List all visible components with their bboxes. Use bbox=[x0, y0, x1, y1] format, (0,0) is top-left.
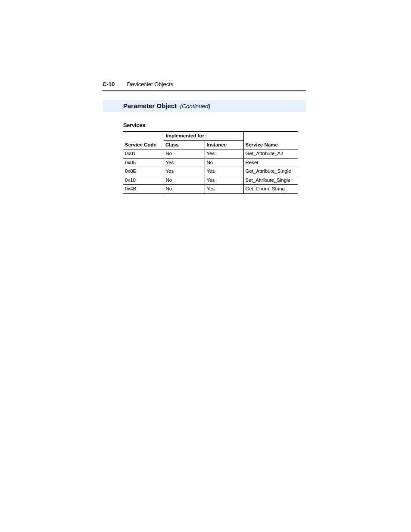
table-row: 0x05 Yes No Reset bbox=[123, 158, 298, 167]
cell-service-code: 0x0E bbox=[123, 167, 164, 176]
cell-class: Yes bbox=[164, 158, 205, 167]
page: C-10 DeviceNet Objects Parameter Object … bbox=[0, 0, 411, 532]
cell-class: No bbox=[164, 149, 205, 159]
table-row: 0x4B No Yes Get_Enum_String bbox=[123, 185, 298, 194]
cell-instance: Yes bbox=[205, 167, 243, 176]
col-header-service-code: Service Code bbox=[123, 131, 164, 149]
section-title: Parameter Object bbox=[123, 102, 177, 109]
cell-service-name: Get_Enum_String bbox=[243, 185, 298, 194]
cell-service-code: 0x01 bbox=[123, 149, 164, 159]
cell-instance: Yes bbox=[205, 149, 243, 159]
col-header-service-name: Service Name bbox=[243, 131, 298, 149]
cell-instance: No bbox=[205, 158, 243, 167]
section-title-continuation: (Continued) bbox=[180, 103, 211, 109]
table-row: 0x0E Yes Yes Get_Attribute_Single bbox=[123, 167, 298, 176]
cell-class: Yes bbox=[164, 167, 205, 176]
cell-service-code: 0x4B bbox=[123, 185, 164, 194]
col-subheader-instance: Instance bbox=[205, 140, 243, 149]
col-subheader-class: Class bbox=[164, 140, 205, 149]
cell-class: No bbox=[164, 185, 205, 194]
table-row: 0x01 No Yes Get_Attribute_All bbox=[123, 149, 298, 159]
cell-service-code: 0x10 bbox=[123, 176, 164, 185]
page-number: C-10 bbox=[103, 81, 115, 87]
cell-class: No bbox=[164, 176, 205, 185]
content-area: Parameter Object (Continued) Services Se… bbox=[103, 100, 306, 194]
cell-service-name: Get_Attribute_All bbox=[243, 149, 298, 159]
running-head: C-10 DeviceNet Objects bbox=[103, 80, 306, 91]
cell-service-code: 0x05 bbox=[123, 158, 164, 167]
cell-instance: Yes bbox=[205, 185, 243, 194]
chapter-title: DeviceNet Objects bbox=[127, 81, 174, 87]
section-title-band: Parameter Object (Continued) bbox=[103, 100, 306, 112]
cell-instance: Yes bbox=[205, 176, 243, 185]
subsection-label: Services bbox=[123, 122, 306, 128]
col-header-implemented-for: Implemented for: bbox=[164, 131, 243, 140]
cell-service-name: Reset bbox=[243, 158, 298, 167]
table-row: 0x10 No Yes Set_Attribute_Single bbox=[123, 176, 298, 185]
cell-service-name: Get_Attribute_Single bbox=[243, 167, 298, 176]
services-table: Service Code Implemented for: Service Na… bbox=[123, 131, 298, 194]
cell-service-name: Set_Attribute_Single bbox=[243, 176, 298, 185]
